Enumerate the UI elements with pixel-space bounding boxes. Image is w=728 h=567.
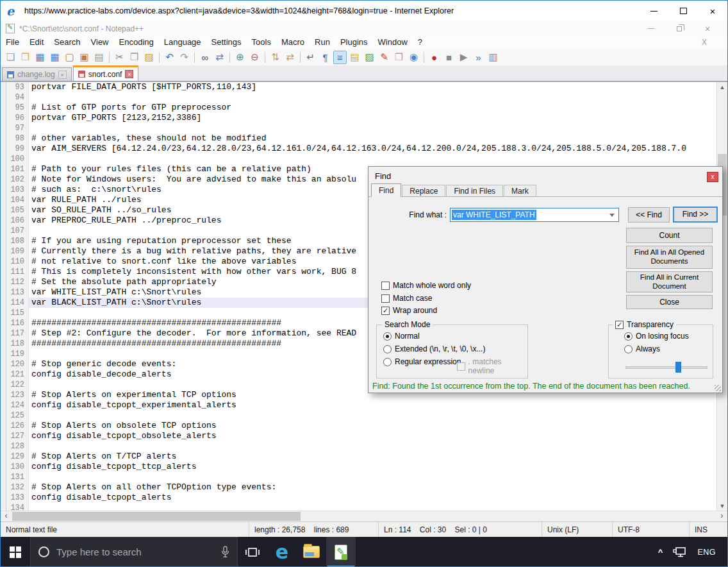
find-next-button[interactable]: Find >> bbox=[673, 207, 718, 223]
find-all-opened-button[interactable]: Find All in All Opened Documents bbox=[626, 246, 713, 269]
editor-line[interactable]: 125 bbox=[1, 410, 727, 421]
copy[interactable]: ❐ bbox=[128, 51, 141, 64]
redo[interactable]: ↷ bbox=[178, 51, 191, 64]
menu-item[interactable]: Run bbox=[310, 36, 335, 49]
menu-item[interactable]: ? bbox=[413, 36, 427, 49]
count-button[interactable]: Count bbox=[626, 228, 713, 243]
close-button[interactable]: Close bbox=[626, 295, 713, 309]
editor-line[interactable]: 134 bbox=[1, 503, 727, 511]
close-all[interactable]: ▣ bbox=[78, 51, 91, 64]
edge-taskbar-button[interactable]: e bbox=[267, 537, 297, 567]
editor-line[interactable]: 95 # List of GTP ports for GTP preproces… bbox=[1, 103, 727, 113]
horizontal-scrollbar[interactable]: ‹ › bbox=[1, 511, 727, 521]
checkbox-icon[interactable] bbox=[381, 294, 390, 303]
find-dialog-tab[interactable]: Mark bbox=[504, 185, 536, 196]
define-language[interactable]: ▤ bbox=[348, 51, 361, 64]
search-mode-regex-radio[interactable]: Regular expression bbox=[383, 357, 461, 366]
find-all-current-button[interactable]: Find All in Current Document bbox=[626, 271, 713, 292]
find-dialog-close-button[interactable]: x bbox=[707, 172, 718, 182]
menu-item[interactable]: Macro bbox=[276, 36, 310, 49]
transparency-always-radio[interactable]: Always bbox=[624, 344, 660, 353]
search-mode-extended-radio[interactable]: Extended (\n, \r, \t, \0, \x...) bbox=[383, 344, 485, 353]
macro-record[interactable]: ● bbox=[427, 51, 441, 64]
file-explorer-taskbar-button[interactable] bbox=[297, 537, 326, 567]
radio-selected-icon[interactable] bbox=[383, 332, 392, 341]
editor-line[interactable]: 127 config disable_tcpopt_obsolete_alert… bbox=[1, 431, 727, 441]
transparency-checkbox[interactable]: Transparency bbox=[613, 320, 676, 329]
paste[interactable]: ▨ bbox=[142, 51, 156, 64]
notepad-taskbar-button[interactable] bbox=[326, 537, 356, 567]
menu-item[interactable]: Window bbox=[373, 36, 413, 49]
scroll-down-icon[interactable]: ▼ bbox=[717, 501, 727, 511]
match-case-checkbox[interactable]: Match case bbox=[381, 294, 432, 303]
start-button[interactable] bbox=[1, 537, 30, 567]
scroll-left-icon[interactable]: ‹ bbox=[1, 511, 12, 521]
sync-vertical-scroll[interactable]: ⇅ bbox=[269, 51, 282, 64]
menu-item[interactable]: Encoding bbox=[114, 36, 159, 49]
transparency-slider-thumb[interactable] bbox=[675, 362, 681, 373]
radio-icon[interactable] bbox=[383, 358, 392, 366]
close[interactable]: ▢ bbox=[63, 51, 76, 64]
menu-item[interactable]: Edit bbox=[24, 36, 49, 49]
editor-line[interactable]: 96 portvar GTP_PORTS [2123,2152,3386] bbox=[1, 113, 727, 123]
editor-line[interactable]: 99 var AIM_SERVERS [64.12.24.0/23,64.12.… bbox=[1, 144, 727, 154]
show-all-characters[interactable]: ¶ bbox=[318, 51, 332, 64]
task-view-button[interactable] bbox=[238, 537, 267, 567]
menu-item[interactable]: Search bbox=[49, 36, 85, 49]
editor-line[interactable]: 98 # other variables, these should not b… bbox=[1, 133, 727, 144]
menu-item[interactable]: Tools bbox=[247, 36, 276, 49]
ie-minimize-button[interactable] bbox=[639, 1, 668, 21]
cut[interactable]: ✂ bbox=[113, 51, 126, 64]
find-dialog-tab[interactable]: Replace bbox=[402, 185, 445, 196]
editor-line[interactable]: 131 bbox=[1, 472, 727, 482]
ie-close-button[interactable]: × bbox=[698, 1, 727, 21]
undo[interactable]: ↶ bbox=[163, 51, 176, 64]
editor-line[interactable]: 100 bbox=[1, 154, 727, 164]
taskbar-search-box[interactable]: Type here to search bbox=[30, 537, 238, 567]
scroll-right-icon[interactable]: › bbox=[716, 511, 727, 521]
editor-line[interactable]: 93 portvar FILE_DATA_PORTS [$HTTP_PORTS,… bbox=[1, 82, 727, 92]
wrap-around-checkbox[interactable]: Wrap around bbox=[381, 306, 437, 315]
search-mode-normal-radio[interactable]: Normal bbox=[383, 332, 420, 341]
transparency-slider[interactable] bbox=[625, 366, 707, 369]
document-map[interactable]: ▨ bbox=[363, 51, 376, 64]
editor-line[interactable]: 128 bbox=[1, 441, 727, 452]
tab-snortconf[interactable]: snort.conf × bbox=[73, 65, 139, 81]
zoom-in[interactable]: ⊕ bbox=[233, 51, 247, 64]
find-what-combobox[interactable]: var WHITE_LIST_PATH bbox=[450, 208, 619, 222]
find-dialog-tab[interactable]: Find bbox=[371, 183, 401, 197]
find-dialog-tab[interactable]: Find in Files bbox=[446, 185, 503, 196]
new-file[interactable]: ❏ bbox=[4, 51, 17, 64]
open[interactable]: ❒ bbox=[19, 51, 32, 64]
word-wrap[interactable]: ↵ bbox=[304, 51, 317, 64]
match-whole-word-checkbox[interactable]: Match whole word only bbox=[381, 281, 471, 290]
notepad-close-button[interactable]: × bbox=[703, 24, 712, 33]
indent-guide[interactable]: ≡ bbox=[333, 51, 347, 64]
function-list[interactable]: ✎ bbox=[377, 51, 391, 64]
checkbox-icon[interactable] bbox=[381, 282, 390, 290]
radio-icon[interactable] bbox=[383, 345, 392, 353]
editor-line[interactable]: 94 bbox=[1, 92, 727, 103]
editor-line[interactable]: 133 config disable_tcpopt_alerts bbox=[1, 493, 727, 503]
show-hidden-icons-chevron[interactable]: ^ bbox=[658, 547, 663, 557]
menu-item[interactable]: Settings bbox=[206, 36, 247, 49]
save[interactable]: ▦ bbox=[33, 51, 47, 64]
menu-item[interactable]: View bbox=[86, 36, 114, 49]
editor-line[interactable]: 124 config disable_tcpopt_experimental_a… bbox=[1, 400, 727, 410]
tab-close-icon[interactable]: × bbox=[125, 70, 133, 78]
horizontal-scroll-thumb[interactable] bbox=[12, 512, 301, 521]
menu-item[interactable]: Language bbox=[159, 36, 206, 49]
notepad-restore-button[interactable] bbox=[675, 24, 684, 33]
zoom-out[interactable]: ⊖ bbox=[248, 51, 261, 64]
editor-line[interactable]: 126 # Stop Alerts on obsolete TCP option… bbox=[1, 421, 727, 431]
language-indicator[interactable]: ENG bbox=[697, 548, 716, 557]
menubar-close-x[interactable]: X bbox=[702, 38, 707, 47]
ie-maximize-button[interactable] bbox=[668, 1, 698, 21]
save-all[interactable]: ▦ bbox=[48, 51, 62, 64]
radio-icon[interactable] bbox=[624, 345, 633, 353]
find-prev-button[interactable]: << Find bbox=[628, 207, 670, 223]
macro-run-multiple[interactable]: » bbox=[472, 51, 485, 64]
resize-grip[interactable] bbox=[715, 385, 721, 391]
checkbox-checked-icon[interactable] bbox=[381, 307, 390, 315]
macro-playback[interactable]: ▶ bbox=[457, 51, 470, 64]
